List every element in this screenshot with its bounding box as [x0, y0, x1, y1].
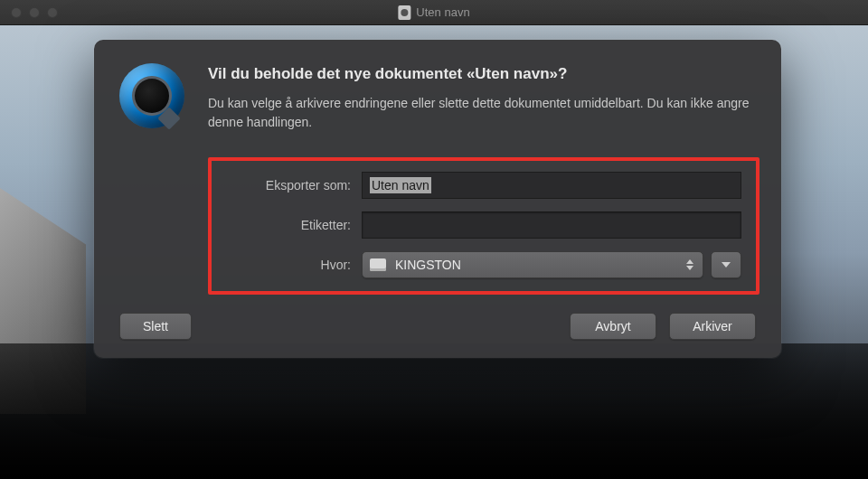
zoom-window-button[interactable]	[47, 7, 58, 18]
drive-icon	[370, 258, 386, 271]
app-icon-container	[116, 60, 188, 132]
location-label: Hvor:	[226, 258, 362, 272]
save-button[interactable]: Arkiver	[669, 313, 756, 340]
app-window: Uten navn Vil du beholde det nye dokumen…	[0, 0, 868, 479]
export-as-value: Uten navn	[370, 177, 431, 193]
minimize-window-button[interactable]	[29, 7, 40, 18]
chevron-down-icon	[722, 262, 731, 268]
tags-input[interactable]	[362, 211, 741, 239]
dialog-description: Du kan velge å arkivere endringene eller…	[208, 94, 760, 132]
quicktime-icon	[119, 63, 184, 128]
titlebar: Uten navn	[0, 0, 868, 25]
window-title-container: Uten navn	[398, 5, 469, 20]
select-stepper-icon	[686, 259, 693, 270]
annotation-highlight: Eksporter som: Uten navn Etiketter: Hvor…	[208, 157, 760, 295]
dialog-heading: Vil du beholde det nye dokumentet «Uten …	[208, 65, 760, 83]
document-icon	[398, 5, 410, 20]
cancel-button[interactable]: Avbryt	[570, 313, 656, 340]
window-title: Uten navn	[416, 5, 469, 19]
export-as-label: Eksporter som:	[226, 178, 362, 193]
save-dialog: Vil du beholde det nye dokumentet «Uten …	[94, 40, 781, 358]
content-area: Vil du beholde det nye dokumentet «Uten …	[0, 25, 868, 479]
traffic-lights	[0, 7, 58, 18]
location-select[interactable]: KINGSTON	[362, 251, 703, 278]
tags-label: Etiketter:	[226, 218, 362, 232]
delete-button[interactable]: Slett	[119, 313, 192, 340]
export-as-input[interactable]: Uten navn	[362, 172, 741, 199]
expand-location-button[interactable]	[711, 251, 741, 278]
close-window-button[interactable]	[11, 7, 22, 18]
location-value: KINGSTON	[395, 258, 461, 272]
